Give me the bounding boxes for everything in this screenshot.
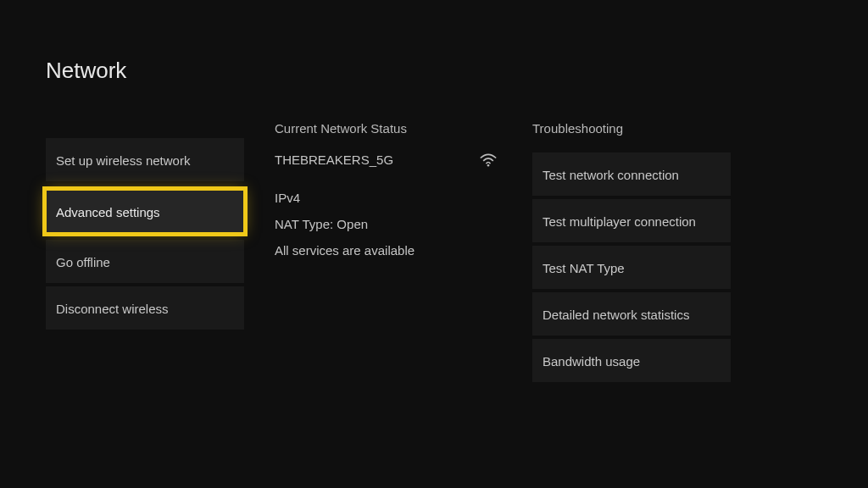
- left-menu: Set up wireless network Advanced setting…: [46, 119, 244, 385]
- page-title: Network: [46, 58, 868, 84]
- wifi-icon: [480, 153, 497, 167]
- svg-point-0: [487, 164, 490, 167]
- status-services: All services are available: [275, 243, 502, 258]
- menu-advanced-settings[interactable]: Advanced settings: [46, 190, 244, 233]
- troubleshooting-header: Troubleshooting: [532, 121, 731, 136]
- troubleshooting-panel: Troubleshooting Test network connection …: [532, 119, 731, 385]
- status-panel: Current Network Status THEBREAKERS_5G IP…: [275, 119, 502, 385]
- ts-bandwidth-usage[interactable]: Bandwidth usage: [532, 339, 731, 382]
- network-name: THEBREAKERS_5G: [275, 152, 393, 167]
- status-ipv4: IPv4: [275, 191, 502, 205]
- ts-test-multiplayer[interactable]: Test multiplayer connection: [532, 199, 731, 242]
- menu-go-offline[interactable]: Go offline: [46, 240, 244, 283]
- menu-disconnect-wireless[interactable]: Disconnect wireless: [46, 286, 244, 330]
- status-nat-type: NAT Type: Open: [275, 217, 502, 231]
- network-name-row: THEBREAKERS_5G: [275, 152, 502, 167]
- menu-setup-wireless[interactable]: Set up wireless network: [46, 138, 244, 181]
- ts-detailed-stats[interactable]: Detailed network statistics: [532, 292, 731, 336]
- status-header: Current Network Status: [275, 121, 502, 136]
- ts-test-nat[interactable]: Test NAT Type: [532, 246, 731, 289]
- ts-test-connection[interactable]: Test network connection: [532, 152, 731, 196]
